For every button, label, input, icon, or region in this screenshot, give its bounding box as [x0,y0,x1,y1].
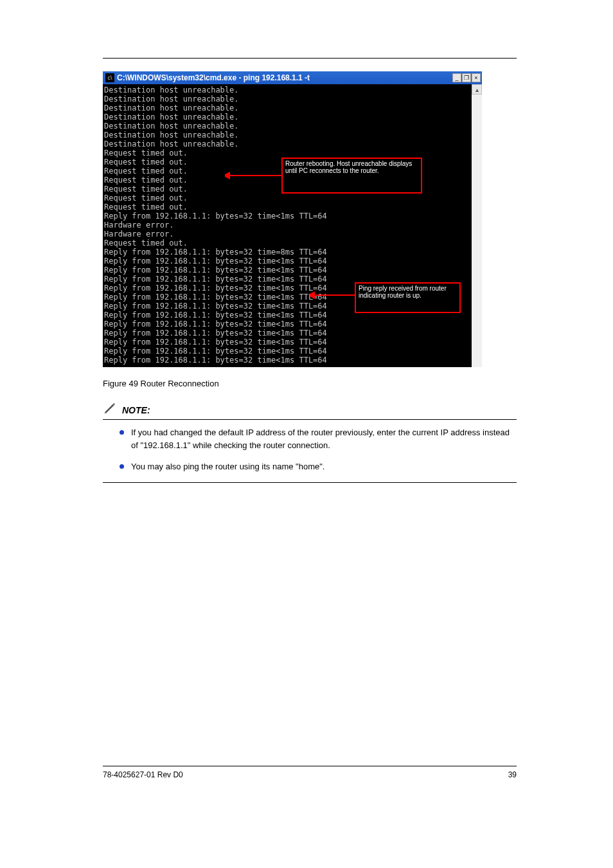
console-line: Hardware error. [104,230,470,239]
console-line: Reply from 192.168.1.1: bytes=32 time<1m… [104,266,470,275]
callout-bottom-text: Ping reply received from router indicati… [356,284,459,300]
maximize-button[interactable]: ❐ [462,73,471,82]
console-line: Destination host unreachable. [104,122,470,131]
console-line: Reply from 192.168.1.1: bytes=32 time=8m… [104,248,470,257]
cmd-titlebar[interactable]: c\ C:\WINDOWS\system32\cmd.exe - ping 19… [103,71,482,84]
note-heading: NOTE: [122,405,150,415]
note-bottom-rule [103,482,517,483]
console-line: Destination host unreachable. [104,131,470,140]
console-line: Reply from 192.168.1.1: bytes=32 time<1m… [104,212,470,221]
console-line: Destination host unreachable. [104,86,470,95]
console-line: Reply from 192.168.1.1: bytes=32 time<1m… [104,338,470,347]
console-line: Destination host unreachable. [104,113,470,122]
console-line: Reply from 192.168.1.1: bytes=32 time<1m… [104,329,470,338]
note-item: If you had changed the default IP addres… [120,426,517,451]
console-line: Reply from 192.168.1.1: bytes=32 time<1m… [104,356,470,365]
console-line: Request timed out. [104,194,470,203]
close-button[interactable]: × [472,73,481,82]
console-line: Reply from 192.168.1.1: bytes=32 time<1m… [104,257,470,266]
cmd-window: c\ C:\WINDOWS\system32\cmd.exe - ping 19… [103,71,482,367]
note-list: If you had changed the default IP addres… [120,426,517,473]
footer-rule [103,766,517,766]
console-line: Hardware error. [104,221,470,230]
note-heading-row: NOTE: [103,401,517,415]
footer-page-num: 39 [508,770,517,779]
console-line: Destination host unreachable. [104,104,470,113]
callout-top-text: Router rebooting. Host unreachable displ… [283,159,421,176]
cmd-title-text: C:\WINDOWS\system32\cmd.exe - ping 192.1… [117,73,452,82]
footer: 78-4025627-01 Rev D0 39 [103,770,517,779]
console-line: Request timed out. [104,239,470,248]
console-line: Request timed out. [104,203,470,212]
callout-top-box: Router rebooting. Host unreachable displ… [281,158,422,194]
note-item: You may also ping the router using its n… [120,460,517,473]
console-line: Reply from 192.168.1.1: bytes=32 time<1m… [104,347,470,356]
scroll-up-icon[interactable]: ▴ [472,84,482,95]
console-output: Destination host unreachable.Destination… [103,84,472,367]
console-line: Destination host unreachable. [104,95,470,104]
cmd-icon: c\ [105,73,114,82]
figure-caption: Figure 49 Router Reconnection [103,379,517,388]
pencil-icon [103,401,117,415]
callout-bottom-box: Ping reply received from router indicati… [355,282,461,313]
note-top-rule [103,419,517,420]
minimize-button[interactable]: _ [452,73,461,82]
scrollbar[interactable]: ▴ [472,84,482,367]
console-line: Destination host unreachable. [104,140,470,149]
console-line: Request timed out. [104,149,470,158]
footer-doc-id: 78-4025627-01 Rev D0 [103,770,183,779]
top-rule [103,58,517,59]
console-line: Reply from 192.168.1.1: bytes=32 time<1m… [104,320,470,329]
scroll-track[interactable] [472,95,482,367]
